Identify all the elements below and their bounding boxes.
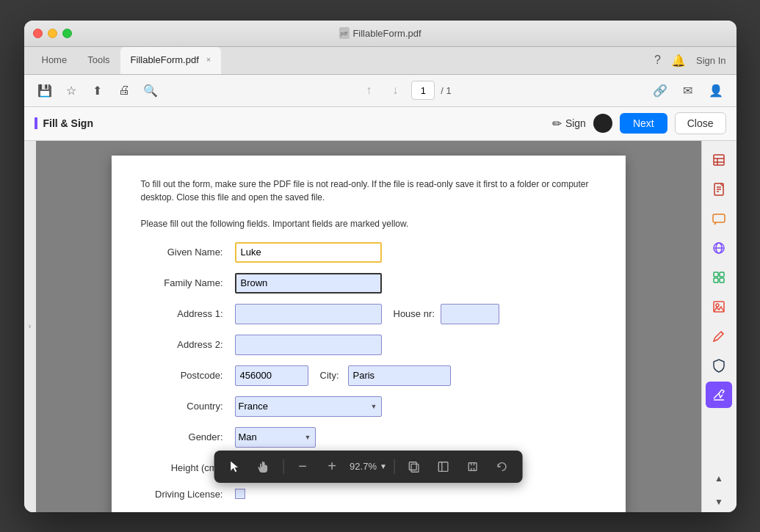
instructions-text: To fill out the form, make sure the PDF … — [141, 178, 596, 230]
zoom-level[interactable]: 92.7% ▼ — [350, 461, 387, 472]
gender-label: Gender: — [141, 431, 229, 442]
address2-input[interactable] — [235, 335, 382, 355]
fullscreen-button[interactable] — [461, 455, 485, 478]
help-icon[interactable]: ? — [654, 54, 661, 67]
pdf-viewport: To fill out the form, make sure the PDF … — [36, 141, 701, 512]
color-picker[interactable] — [593, 114, 612, 133]
country-row: Country: France Germany UK USA Spain — [141, 396, 596, 417]
sidebar-translate-icon[interactable] — [706, 235, 732, 261]
family-name-input[interactable] — [235, 273, 382, 294]
tab-close-icon[interactable]: × — [206, 55, 211, 64]
gender-row: Gender: Man Woman Other — [141, 427, 596, 448]
postcode-input[interactable] — [235, 365, 308, 386]
given-name-row: Given Name: — [141, 242, 596, 263]
tab-tools[interactable]: Tools — [77, 47, 120, 74]
country-select[interactable]: France Germany UK USA Spain — [235, 396, 382, 417]
address1-label: Address 1: — [141, 308, 229, 319]
address2-label: Address 2: — [141, 339, 229, 350]
search-button[interactable]: 🔍 — [140, 80, 161, 101]
family-name-row: Family Name: — [141, 273, 596, 294]
driving-license-checkbox[interactable] — [235, 489, 245, 499]
bottom-toolbar: − + 92.7% ▼ — [214, 451, 523, 483]
close-button[interactable]: Close — [675, 112, 726, 134]
bookmark-button[interactable]: ☆ — [61, 80, 82, 101]
tabbar: Home Tools FillableForm.pdf × ? 🔔 Sign I… — [24, 47, 737, 75]
given-name-input[interactable] — [235, 242, 382, 263]
svg-rect-1 — [410, 462, 417, 470]
sidebar-comment-icon[interactable] — [706, 205, 732, 232]
traffic-lights — [33, 29, 72, 38]
close-traffic-light[interactable] — [33, 29, 43, 38]
house-nr-input[interactable] — [441, 304, 499, 324]
maximize-traffic-light[interactable] — [62, 29, 72, 38]
family-name-label: Family Name: — [141, 277, 229, 288]
given-name-label: Given Name: — [141, 247, 229, 258]
toolbar-right: 🔗 ✉ 👤 — [650, 80, 726, 101]
upload-button[interactable]: ⬆ — [87, 80, 108, 101]
right-sidebar: ▲ ▼ — [701, 141, 737, 512]
next-page-button[interactable]: ↓ — [385, 80, 405, 101]
tabbar-actions: ? 🔔 Sign In — [654, 47, 728, 74]
save-button[interactable]: 💾 — [35, 80, 55, 101]
bell-icon[interactable]: 🔔 — [671, 54, 686, 68]
page-navigation: ↑ ↓ 1 / 1 — [358, 80, 451, 101]
collapse-panel-button[interactable]: › — [24, 141, 36, 512]
next-button[interactable]: Next — [620, 113, 667, 134]
page-total: / 1 — [441, 85, 451, 96]
driving-license-row: Driving License: — [141, 489, 596, 500]
address1-row: Address 1: House nr: — [141, 304, 596, 324]
svg-rect-18 — [720, 272, 724, 277]
window-title: pdf FillableForm.pdf — [339, 27, 421, 39]
sidebar-scroll-down[interactable]: ▼ — [706, 492, 732, 512]
link-icon[interactable]: 🔗 — [650, 80, 670, 101]
postcode-city-row: Postcode: City: — [141, 365, 596, 386]
zoom-in-button[interactable]: + — [320, 455, 344, 478]
address2-row: Address 2: — [141, 335, 596, 355]
share-icon[interactable]: 👤 — [706, 80, 726, 101]
print-button[interactable]: 🖨 — [114, 80, 134, 101]
sign-button[interactable]: ✏ Sign — [552, 117, 586, 131]
svg-rect-20 — [720, 278, 724, 283]
svg-line-23 — [721, 332, 723, 334]
fillsign-bar: Fill & Sign ✏ Sign Next Close — [24, 107, 737, 141]
house-nr-label: House nr: — [394, 308, 435, 319]
tab-home[interactable]: Home — [32, 47, 78, 74]
city-input[interactable] — [348, 365, 451, 386]
toolbar: 💾 ☆ ⬆ 🖨 🔍 ↑ ↓ 1 / 1 🔗 ✉ 👤 — [24, 75, 737, 107]
gender-select[interactable]: Man Woman Other — [235, 427, 316, 448]
sidebar-grid-icon[interactable] — [706, 264, 732, 291]
fit-page-button[interactable] — [432, 455, 455, 478]
zoom-out-button[interactable]: − — [291, 455, 314, 478]
prev-page-button[interactable]: ↑ — [358, 80, 379, 101]
sidebar-shield-icon[interactable] — [706, 352, 732, 379]
sidebar-panel-icon[interactable] — [706, 147, 732, 173]
pen-icon: ✏ — [552, 117, 562, 131]
rotate-button[interactable] — [491, 455, 514, 478]
sidebar-edit-icon[interactable] — [706, 323, 732, 349]
fillsign-label: Fill & Sign — [35, 117, 93, 129]
sidebar-scroll-up[interactable]: ▲ — [706, 468, 732, 489]
signin-button[interactable]: Sign In — [696, 55, 725, 66]
tab-file[interactable]: FillableForm.pdf × — [120, 47, 222, 74]
svg-rect-19 — [714, 278, 718, 283]
email-icon[interactable]: ✉ — [678, 80, 698, 101]
toolbar-divider-2 — [394, 459, 395, 474]
hand-tool-button[interactable] — [252, 455, 275, 478]
app-window: pdf FillableForm.pdf Home Tools Fillable… — [24, 21, 737, 512]
country-label: Country: — [141, 401, 229, 412]
pdf-title-icon: pdf — [339, 27, 349, 39]
copy-button[interactable] — [402, 455, 426, 478]
sidebar-image-icon[interactable] — [706, 294, 732, 320]
svg-rect-5 — [714, 155, 724, 165]
svg-point-22 — [716, 304, 719, 307]
svg-rect-4 — [468, 462, 477, 470]
main-area: › To fill out the form, make sure the PD… — [24, 141, 737, 512]
svg-rect-13 — [713, 214, 725, 222]
address1-input[interactable] — [235, 304, 382, 324]
svg-rect-0 — [411, 464, 419, 472]
cursor-tool-button[interactable] — [222, 455, 246, 478]
minimize-traffic-light[interactable] — [48, 29, 57, 38]
sidebar-pdf-icon[interactable] — [706, 176, 732, 203]
page-number-input[interactable]: 1 — [411, 81, 435, 100]
sidebar-sign-icon[interactable] — [706, 382, 732, 408]
